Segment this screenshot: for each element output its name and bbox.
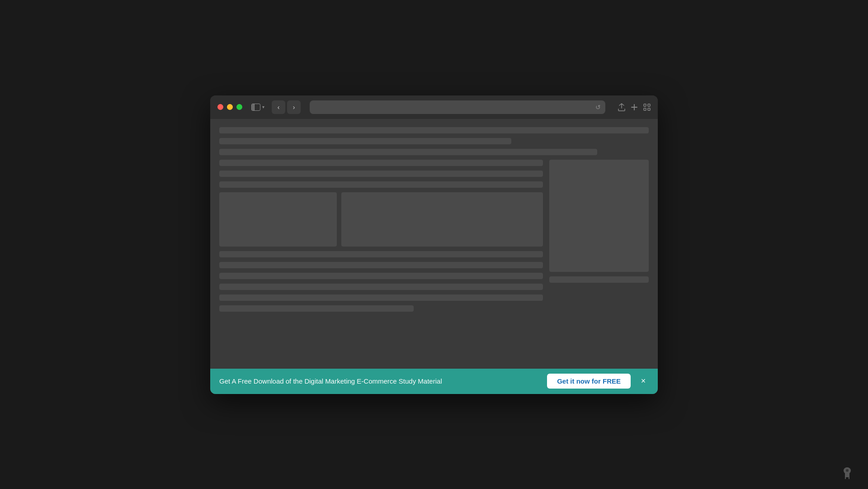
main-column	[219, 160, 543, 386]
content-skeleton	[219, 127, 649, 386]
svg-rect-1	[648, 104, 650, 106]
skeleton-row-9	[219, 273, 543, 279]
banner-text: Get A Free Download of the Digital Marke…	[219, 377, 540, 385]
sidebar-column	[549, 160, 649, 386]
banner-close-button[interactable]: ×	[638, 376, 649, 387]
sidebar-row-1	[549, 276, 649, 283]
page-content: Get A Free Download of the Digital Marke…	[210, 119, 658, 394]
chevron-down-icon: ▾	[262, 104, 264, 109]
back-button[interactable]: ‹	[272, 100, 285, 114]
skeleton-row-11	[219, 294, 543, 301]
skeleton-row-4	[219, 160, 543, 166]
address-bar[interactable]: ↺	[310, 100, 605, 114]
sidebar-image	[549, 160, 649, 272]
nav-buttons: ‹ ›	[272, 100, 301, 114]
forward-button[interactable]: ›	[287, 100, 301, 114]
new-tab-button[interactable]	[631, 104, 638, 111]
url-input[interactable]	[314, 104, 595, 110]
banner-cta-button[interactable]: Get it now for FREE	[547, 374, 631, 389]
skeleton-row-7	[219, 251, 543, 257]
toolbar-actions	[618, 103, 651, 111]
image-placeholder-2	[341, 192, 543, 247]
skeleton-row-8	[219, 262, 543, 268]
two-column-layout	[219, 160, 649, 386]
skeleton-row-10	[219, 284, 543, 290]
svg-point-4	[846, 469, 849, 472]
close-button[interactable]	[217, 104, 223, 110]
minimize-button[interactable]	[227, 104, 233, 110]
sidebar-toggle[interactable]: ▾	[251, 104, 264, 111]
skeleton-row-3	[219, 149, 597, 155]
browser-window: ▾ ‹ › ↺	[210, 95, 658, 394]
reload-button[interactable]: ↺	[595, 104, 601, 111]
skeleton-row-2	[219, 138, 511, 144]
images-row	[219, 192, 543, 247]
promo-banner: Get A Free Download of the Digital Marke…	[210, 369, 658, 394]
maximize-button[interactable]	[236, 104, 242, 110]
title-bar: ▾ ‹ › ↺	[210, 95, 658, 119]
svg-rect-2	[644, 108, 646, 110]
grid-button[interactable]	[643, 104, 651, 111]
svg-rect-3	[648, 108, 650, 110]
svg-rect-0	[644, 104, 646, 106]
skeleton-row-6	[219, 181, 543, 188]
skeleton-row-1	[219, 127, 649, 133]
share-button[interactable]	[618, 103, 625, 111]
pixelmator-logo	[841, 466, 854, 480]
skeleton-row-5	[219, 171, 543, 177]
traffic-lights	[217, 104, 242, 110]
skeleton-row-12	[219, 305, 414, 312]
image-placeholder-1	[219, 192, 337, 247]
sidebar-toggle-icon	[251, 104, 260, 111]
